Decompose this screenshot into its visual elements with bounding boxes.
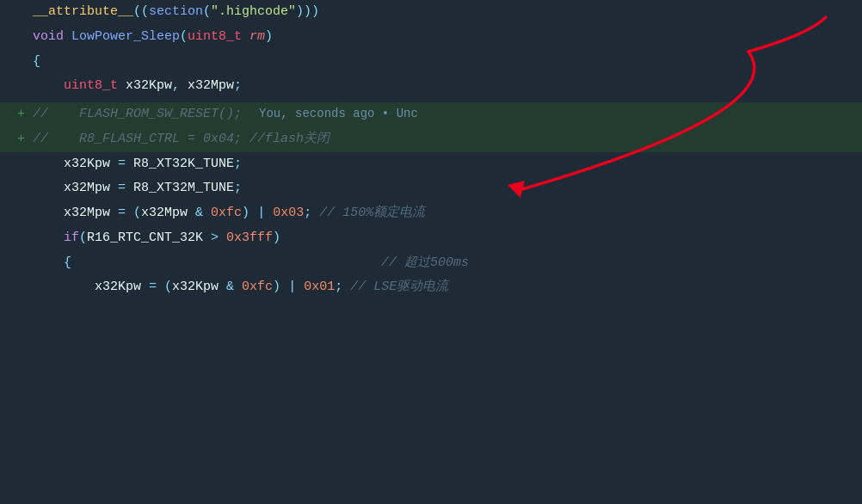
token-plain: x32Kpw <box>33 157 118 171</box>
token-comment-text: //flash <box>249 132 304 146</box>
token-chinese: 驱动电流 <box>397 280 448 294</box>
token-punc: ) <box>242 206 257 220</box>
token-comment-text: FLASH_ROM_SW_RESET(); <box>79 107 242 121</box>
code-line-line3: { <box>0 50 862 75</box>
line-code: uint8_t x32Kpw, x32Mpw; <box>33 76 862 97</box>
code-line-line1: __attribute__((section(".highcode"))) <box>0 0 862 25</box>
token-punc: (( <box>133 4 149 19</box>
token-punc: ))) <box>296 4 319 19</box>
code-line-line7: +// R8_FLASH_CTRL = 0x04; //flash关闭 <box>0 127 862 152</box>
token-param: rm <box>249 29 265 44</box>
code-line-line10: x32Mpw = (x32Mpw & 0xfc) | 0x03; // 150%… <box>0 201 862 226</box>
line-code: x32Kpw = (x32Kpw & 0xfc) | 0x01; // LSE驱… <box>33 277 862 298</box>
token-punc: ( <box>79 230 87 245</box>
token-punc: ( <box>180 29 188 44</box>
code-line-line2: void LowPower_Sleep(uint8_t rm) <box>0 25 862 50</box>
token-plain: x32Mpw <box>188 78 234 93</box>
token-brace: { <box>33 54 40 69</box>
token-plain: x32Mpw <box>141 206 195 220</box>
code-line-line6: +// FLASH_ROM_SW_RESET();You, seconds ag… <box>0 102 862 127</box>
token-section: ".highcode" <box>211 4 296 19</box>
token-plain: x32Mpw <box>33 181 118 195</box>
line-code: x32Mpw = R8_XT32M_TUNE; <box>33 178 862 200</box>
token-punc: ) <box>273 230 280 245</box>
token-fn: LowPower_Sleep <box>71 29 180 44</box>
code-line-line14 <box>0 300 862 304</box>
token-hex: 0xfc <box>242 280 273 294</box>
code-line-line4: uint8_t x32Kpw, x32Mpw; <box>0 74 862 99</box>
token-plain: R8_XT32M_TUNE <box>133 181 234 195</box>
token-op: = <box>118 181 133 195</box>
token-plain <box>33 78 64 93</box>
code-editor: __attribute__((section(".highcode")))voi… <box>0 0 862 504</box>
line-code: x32Kpw = R8_XT32K_TUNE; <box>33 154 862 175</box>
token-plain: x32Kpw <box>33 280 149 294</box>
token-comment-text: // 超过500ms <box>381 255 469 270</box>
token-plain: R16_RTC_CNT_32K <box>87 230 211 245</box>
token-comment-text: // <box>33 132 79 146</box>
token-kw: if <box>33 230 79 245</box>
token-type-pink: uint8_t <box>64 78 126 93</box>
token-punc: , <box>172 78 188 93</box>
token-punc: ; <box>234 181 242 195</box>
token-punc: ; <box>234 78 242 93</box>
token-punc: ( <box>203 4 211 19</box>
token-comment-text: // LSE <box>350 280 397 294</box>
token-punc: ( <box>133 206 141 220</box>
code-line-line13: x32Kpw = (x32Kpw & 0xfc) | 0x01; // LSE驱… <box>0 275 862 300</box>
token-chinese: 关闭 <box>304 132 329 146</box>
token-punc: ( <box>164 280 172 294</box>
line-code: // FLASH_ROM_SW_RESET();You, seconds ago… <box>33 104 862 126</box>
line-code: // R8_FLASH_CTRL = 0x04; //flash关闭 <box>33 129 862 151</box>
token-op: > <box>211 230 226 245</box>
line-code: __attribute__((section(".highcode"))) <box>33 2 862 23</box>
code-line-line11: if(R16_RTC_CNT_32K > 0x3fff) <box>0 226 862 251</box>
token-op: = <box>118 206 133 220</box>
code-line-line9: x32Mpw = R8_XT32M_TUNE; <box>0 176 862 201</box>
token-punc: ) <box>265 29 273 44</box>
token-comment-text: // 150% <box>319 206 373 220</box>
line-code: x32Mpw = (x32Mpw & 0xfc) | 0x03; // 150%… <box>33 203 862 224</box>
token-op: = <box>149 280 164 294</box>
token-punc: ; <box>304 206 319 220</box>
token-kw: void <box>33 29 71 44</box>
token-plain: x32Kpw <box>126 78 172 93</box>
token-comment-text: // <box>33 107 79 121</box>
token-fn: section <box>149 4 203 19</box>
line-code: void LowPower_Sleep(uint8_t rm) <box>33 27 862 48</box>
line-prefix: + <box>17 129 33 151</box>
token-hex: 0x01 <box>304 280 335 294</box>
token-op: | <box>257 206 273 220</box>
token-hex: 0x3fff <box>226 230 273 245</box>
token-plain: R8_XT32K_TUNE <box>133 157 234 171</box>
blame-annotation: You, seconds ago • Unc <box>259 107 418 120</box>
token-brace: { <box>33 255 71 270</box>
token-hex: 0x03 <box>273 206 304 220</box>
token-punc: ) <box>273 280 288 294</box>
line-prefix: + <box>17 104 33 126</box>
code-line-line8: x32Kpw = R8_XT32K_TUNE; <box>0 152 862 177</box>
line-code: { <box>33 52 862 73</box>
token-plain: x32Mpw <box>33 206 118 220</box>
token-op: = <box>118 157 133 171</box>
token-op: & <box>226 280 242 294</box>
token-plain <box>71 255 381 270</box>
token-plain: x32Kpw <box>172 280 226 294</box>
token-punc: ; <box>234 157 242 171</box>
code-line-line12: { // 超过500ms <box>0 251 862 276</box>
line-code: if(R16_RTC_CNT_32K > 0x3fff) <box>33 228 862 249</box>
token-punc: ; <box>335 280 350 294</box>
token-type-pink: uint8_t <box>188 29 249 44</box>
token-hex: 0xfc <box>211 206 242 220</box>
token-op: | <box>288 280 304 294</box>
token-comment-text: R8_FLASH_CTRL = 0x04; <box>79 132 249 146</box>
token-op: & <box>195 206 211 220</box>
line-code: { // 超过500ms <box>33 253 862 274</box>
token-attr: __attribute__ <box>33 4 133 19</box>
token-chinese: 额定电流 <box>373 206 425 220</box>
